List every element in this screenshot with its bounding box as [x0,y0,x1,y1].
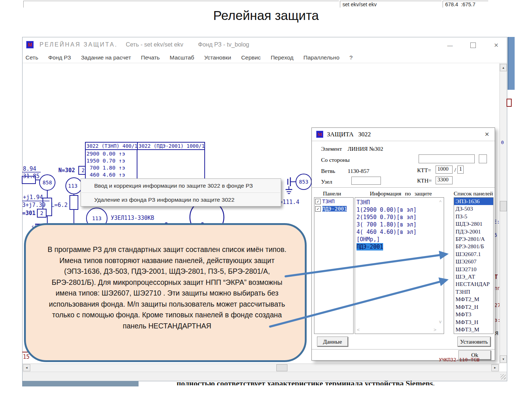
bus-name-label: УЗЕЛ113-330КВ [111,215,154,221]
side-label: Со стороны [321,157,349,163]
panel-type-item[interactable]: ШДЭ-2801 [454,220,493,228]
status-network-name: set ekv/set ekv [340,1,442,8]
slide-title: Релейная защита [0,8,532,23]
info-line: ТЗНП [355,199,444,206]
dialog-close-button[interactable]: × [483,130,491,138]
maximize-button[interactable] [468,41,478,49]
ktn-input[interactable]: 3300 [436,176,453,184]
checkbox-checked-icon[interactable]: ✓ [315,199,321,204]
panel-type-item[interactable]: БРЭ-2801/А [454,235,493,243]
panel-type-item[interactable]: ШЭ_АТ [454,273,493,280]
table-row: 700 1.80 ↑э [86,164,136,171]
scroll-left-button[interactable]: ◄ [23,364,30,371]
arrow-down-icon: ▼ [502,358,505,361]
menu-service[interactable]: Сервис [241,54,261,61]
status-bar [23,372,507,381]
info-line: 2(1950 0.70)[в эл] [355,214,444,221]
node-input[interactable] [351,177,381,185]
impedance-denominator: 31.85 [23,173,40,180]
scroll-up-button[interactable]: ▲ [500,64,507,71]
scroll-down-icon[interactable]: v [439,319,442,324]
menu-help[interactable]: ? [349,54,353,61]
clipped-bottom-text: полностью соответствует характеристике т… [177,380,502,385]
panel-type-item[interactable]: ПЗ-5 [454,213,493,220]
menu-fund-rz[interactable]: Фонд РЗ [48,54,71,61]
set-button[interactable]: Установить [457,337,491,347]
horizontal-scrollbar[interactable] [23,364,499,372]
info-line-selected[interactable]: ПДЭ-2001 [355,243,444,250]
background-bottom-strip [22,381,139,386]
context-menu-item-delete[interactable]: Удаление из фонда РЗ информации по защит… [81,193,281,207]
window-title-app: РЕЛЕЙНАЯ ЗАЩИТА. [40,41,117,48]
edge-fragment: 27 [494,302,499,308]
panel-item-label: ТЗНП [322,198,335,204]
scroll-left-icon[interactable]: < [357,327,360,332]
panel-type-listbox: ЭПЗ-1636 ДЗ-503 ПЗ-5 ШДЭ-2801 ПДЭ-2001 Б… [454,197,494,334]
maximize-icon [470,42,476,48]
element-label: Элемент [321,146,342,152]
data-button[interactable]: Данные [317,337,348,347]
ktt-input[interactable]: 1000 [436,166,453,174]
menu-set[interactable]: Сеть [25,54,38,61]
menu-parallel[interactable]: Параллельно [303,54,340,61]
panel-type-item[interactable]: ПДЭ-2001 [454,228,493,235]
protection-dialog: M ЗАЩИТА 3022 × Элемент ЛИНИЯ №302 Со ст… [311,127,495,361]
info-listbox[interactable]: ТЗНП 1(2900 0.00)[в эл] 2(1950 0.70)[в э… [355,197,444,334]
panel-type-item[interactable]: ДЗ-503 [454,205,493,212]
ktt-denominator-input[interactable]: 1 [457,166,464,174]
panel-type-item[interactable]: ТЗНП [454,288,493,296]
side-input[interactable] [419,154,475,163]
panel-type-item-selected[interactable]: ЭПЗ-1636 [454,198,493,205]
panel-type-item[interactable]: ШЭ2607.1 [454,250,493,258]
power-numerator: +j1.94 [23,194,43,201]
panel-type-item[interactable]: ШЭ2607 [454,258,493,265]
red-box-fragment [507,99,511,106]
ktt-label: КТТ= [417,167,431,174]
panel-type-item[interactable]: ШЭ2710 [454,266,493,273]
panel-type-item[interactable]: МФТ3 [454,311,493,318]
panel-type-item[interactable]: МФТ3_М [454,326,493,333]
scroll-down-button[interactable]: ▼ [500,355,507,363]
minimize-button[interactable]: — [445,41,455,49]
menu-print[interactable]: Печать [141,54,160,61]
context-menu: Ввод и коррекция информации по защите 30… [81,178,281,207]
menu-task[interactable]: Задание на расчет [81,54,131,61]
current-111-label: =111.4 [279,199,299,205]
minimize-icon: — [447,42,453,48]
panel-type-item[interactable]: МФТ3_Н [454,318,493,326]
background-blue-strip [508,37,515,90]
scroll-up-icon[interactable]: ^ [439,199,441,205]
edge-fragment: Т [494,273,500,280]
panel-list-header: Список панелей [454,190,493,197]
power-denominator: 3+j7.39 [22,202,45,208]
scroll-right-icon[interactable]: > [433,327,436,332]
status-panel-empty [23,1,339,8]
panel-type-item[interactable]: МФТ2_Н [454,303,493,311]
horizontal-scroll-thumb[interactable] [276,364,287,371]
vertical-scroll-thumb[interactable] [500,201,507,211]
panel-type-item[interactable]: МФТ2_М [454,296,493,303]
panel-type-item[interactable]: БРЭ-2801/Б [454,243,493,250]
context-menu-item-edit[interactable]: Ввод и коррекция информации по защите 30… [81,179,281,192]
panels-header: Панели [323,190,341,197]
side-aux-input[interactable] [479,154,487,163]
window-titlebar[interactable]: M РЕЛЕЙНАЯ ЗАЩИТА. Сеть - set ekv/set ek… [23,37,507,52]
panel-item-label: ПДЭ-2001 [322,206,347,212]
arrow-right-icon: ► [494,366,497,369]
menu-settings[interactable]: Установки [204,54,231,61]
vertical-scrollbar[interactable] [499,63,507,364]
resize-grip[interactable] [501,374,506,379]
edge-fragment: з: [494,317,499,323]
red-branch-name-label: УЧКП32-110-ТСШ [439,357,480,362]
close-button[interactable]: × [491,41,501,49]
checkbox-checked-icon[interactable]: ✓ [315,206,321,212]
menu-transition[interactable]: Переход [271,54,294,61]
panel-item-pde2001[interactable]: ✓ ПДЭ-2001 [314,205,353,212]
panel-type-item[interactable]: НЕСТАНДАР [454,280,493,288]
branch-n301-box: 2 [37,209,47,218]
menu-scale[interactable]: Масштаб [170,54,194,61]
scroll-right-button[interactable]: ► [491,364,499,371]
dialog-titlebar[interactable]: M ЗАЩИТА 3022 × [312,128,495,141]
table-row: 1950 0.70 ↑э [86,157,136,164]
panel-item-tznp[interactable]: ✓ ТЗНП [314,198,353,205]
